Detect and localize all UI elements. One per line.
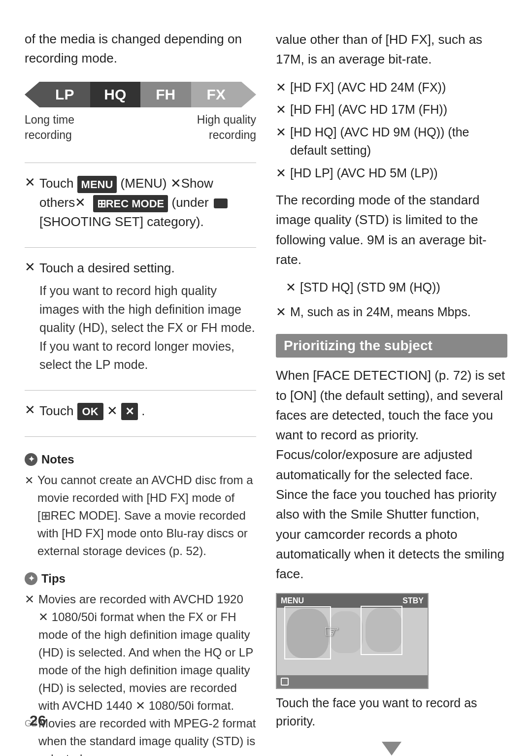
step-2-subtext: If you want to record high quality image… [39, 282, 256, 374]
bullet-icon-4: ✕ [276, 164, 286, 183]
down-arrow-container [276, 742, 507, 756]
step-2: ✕ Touch a desired setting. If you want t… [25, 259, 256, 374]
notes-text-1: You cannot create an AVCHD disc from a m… [37, 471, 256, 560]
right-note-text: The recording mode of the standard image… [276, 190, 507, 269]
step-1-content: Touch MENU (MENU) ✕Show others✕ ⊞REC MOD… [39, 174, 256, 231]
tips-text-1: Movies are recorded with AVCHD 1920 ✕ 10… [38, 591, 256, 756]
bullet-text-3: [HD HQ] (AVC HD 9M (HQ)) (the default se… [290, 123, 507, 160]
seg-lp: LP [39, 82, 90, 107]
step-3-bullet: ✕ [25, 402, 35, 421]
tips-bullet-1: ✕ [25, 591, 34, 756]
menu-badge: MENU [77, 176, 117, 193]
right-top-text: value other than of [HD FX], such as 17M… [276, 30, 507, 69]
screenshot-1-caption: Touch the face you want to record as pri… [276, 694, 507, 731]
screenshot-1-container: MENU STBY ☞ Touch the face you want to r… [276, 593, 507, 738]
ok-badge: OK [77, 403, 103, 420]
right-bullet-1: ✕ [HD FX] (AVC HD 24M (FX)) [276, 78, 507, 97]
sub-bullet-text-1: [STD HQ] (STD 9M (HQ)) [300, 278, 440, 297]
right-column: value other than of [HD FX], such as 17M… [276, 30, 507, 726]
notes-item-1: ✕ You cannot create an AVCHD disc from a… [25, 471, 256, 560]
step-1-bullet: ✕ [25, 175, 35, 231]
notes-circle-icon: ✦ [25, 453, 37, 466]
mbps-bullet-icon: ✕ [276, 303, 286, 322]
step-2-bullet: ✕ [25, 260, 35, 374]
seg-hq: HQ [90, 82, 141, 107]
mbps-note-text: M, such as in 24M, means Mbps. [290, 303, 471, 322]
step-1: ✕ Touch MENU (MENU) ✕Show others✕ ⊞REC M… [25, 174, 256, 231]
bullet-text-1: [HD FX] (AVC HD 24M (FX)) [290, 78, 446, 97]
touch-hand-icon: ☞ [324, 621, 339, 642]
tips-section: ✦ Tips ✕ Movies are recorded with AVCHD … [25, 572, 256, 756]
quality-labels: Long timerecording High qualityrecording [25, 112, 256, 143]
tips-circle-icon: ✦ [25, 572, 37, 585]
arrow-right-icon [241, 82, 256, 107]
tips-header: ✦ Tips [25, 572, 256, 586]
label-left: Long timerecording [25, 112, 74, 143]
section-header: Prioritizing the subject [276, 334, 507, 358]
notes-content: ✕ You cannot create an AVCHD disc from a… [25, 471, 256, 560]
step-2-content: Touch a desired setting. If you want to … [39, 259, 256, 374]
quality-bar-container: LP HQ FH FX Long timerecording High qual… [25, 82, 256, 143]
bullet-text-2: [HD FH] (AVC HD 17M (FH)) [290, 100, 447, 119]
notes-bullet-1: ✕ [25, 472, 33, 560]
mbps-note: ✕ M, such as in 24M, means Mbps. [276, 303, 507, 322]
notes-label: Notes [41, 453, 74, 466]
camera-screenshot-1: MENU STBY ☞ [276, 593, 429, 689]
divider-1 [25, 163, 256, 163]
divider-2 [25, 247, 256, 248]
cam-stby-label-1: STBY [402, 596, 424, 605]
right-bullet-2: ✕ [HD FH] (AVC HD 17M (FH)) [276, 100, 507, 119]
intro-text: of the media is changed depending on rec… [25, 30, 256, 68]
right-bullet-4: ✕ [HD LP] (AVC HD 5M (LP)) [276, 164, 507, 183]
cam-bottom-bar-1 [277, 675, 428, 688]
seg-fx: FX [191, 82, 242, 107]
bullet-text-4: [HD LP] (AVC HD 5M (LP)) [290, 164, 438, 183]
right-sub-bullet-1: ✕ [STD HQ] (STD 9M (HQ)) [286, 278, 507, 297]
seg-fh: FH [140, 82, 191, 107]
page-container: of the media is changed depending on rec… [0, 0, 532, 756]
divider-4 [25, 436, 256, 437]
cam-rec-icon-1 [281, 678, 289, 686]
divider-3 [25, 390, 256, 391]
tips-label: Tips [41, 572, 66, 586]
cam-menu-label-1: MENU [281, 596, 304, 605]
quality-bar: LP HQ FH FX [25, 82, 256, 107]
tips-item-1: ✕ Movies are recorded with AVCHD 1920 ✕ … [25, 591, 256, 756]
left-column: of the media is changed depending on rec… [25, 30, 256, 726]
face-box-2 [361, 606, 402, 655]
rec-mode-badge: ⊞REC MODE [93, 195, 168, 212]
notes-header: ✦ Notes [25, 453, 256, 466]
bullet-icon-1: ✕ [276, 78, 286, 97]
bullet-icon-2: ✕ [276, 100, 286, 119]
cam-top-bar-1: MENU STBY [277, 594, 428, 608]
right-bullet-3: ✕ [HD HQ] (AVC HD 9M (HQ)) (the default … [276, 123, 507, 160]
sub-bullet-icon-1: ✕ [286, 278, 296, 297]
x-badge: ✕ [121, 403, 138, 420]
right-main-text: When [FACE DETECTION] (p. 72) is set to … [276, 365, 507, 584]
notes-section: ✦ Notes ✕ You cannot create an AVCHD dis… [25, 453, 256, 567]
tips-content: ✕ Movies are recorded with AVCHD 1920 ✕ … [25, 591, 256, 756]
bullet-icon-3: ✕ [276, 123, 286, 160]
page-number: 26 [30, 712, 46, 729]
step-3-content: Touch OK ✕ ✕ . [39, 401, 145, 421]
label-right: High qualityrecording [197, 112, 256, 143]
down-arrow-icon [382, 742, 401, 756]
right-bullets: ✕ [HD FX] (AVC HD 24M (FX)) ✕ [HD FH] (A… [276, 78, 507, 187]
arrow-left-icon [25, 82, 39, 107]
step-3: ✕ Touch OK ✕ ✕ . [25, 401, 256, 421]
